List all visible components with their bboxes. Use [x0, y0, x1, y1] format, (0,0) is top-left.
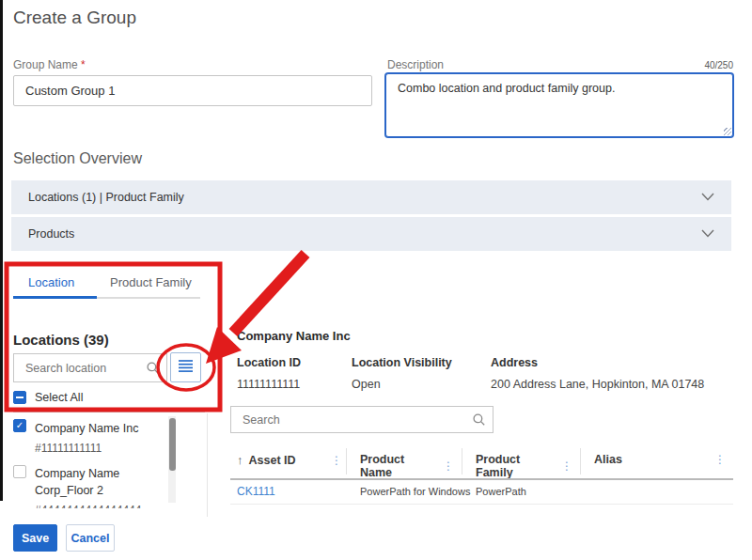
- annotation-arrow-shaft: [233, 254, 306, 333]
- asset-search-input[interactable]: [231, 413, 473, 427]
- column-menu-icon[interactable]: ⋮: [714, 453, 726, 466]
- column-header-product-family[interactable]: Product Family ⋮: [476, 453, 572, 479]
- list-view-icon: [178, 359, 194, 377]
- save-button[interactable]: Save: [13, 524, 57, 552]
- tab-underline: [97, 297, 200, 299]
- location-search-input[interactable]: [14, 362, 147, 375]
- select-all-label: Select All: [35, 391, 83, 404]
- locations-count-heading: Locations (39): [13, 332, 109, 348]
- address-value: 200 Address Lane, Hopkinton, MA 01748: [491, 378, 704, 391]
- location-search: [13, 353, 167, 382]
- column-menu-icon[interactable]: ⋮: [331, 454, 342, 467]
- active-tab-indicator: [13, 296, 97, 299]
- description-label: Description: [387, 58, 444, 71]
- product-name-cell: PowerPath for Windows: [360, 486, 470, 497]
- accordion-locations-product-family[interactable]: Locations (1) | Product Family: [11, 180, 731, 214]
- column-header-alias[interactable]: Alias ⋮: [594, 453, 726, 466]
- location-id: #11111111111: [35, 441, 138, 456]
- column-separator: [462, 448, 462, 474]
- location-id-value: 11111111111: [237, 378, 300, 391]
- accordion-label: Products: [28, 227, 74, 241]
- search-icon: [473, 413, 485, 426]
- list-item[interactable]: ✓ Company Name Inc #11111111111: [13, 419, 138, 456]
- chevron-down-icon[interactable]: [701, 227, 714, 241]
- accordion-products[interactable]: Products: [11, 217, 731, 251]
- description-char-counter: 40/250: [649, 60, 733, 70]
- column-header-product-name[interactable]: Product Name ⋮: [360, 453, 454, 479]
- column-menu-icon[interactable]: ⋮: [561, 459, 572, 473]
- cancel-button[interactable]: Cancel: [66, 524, 115, 552]
- create-group-page: Create a Group Group Name * Description …: [0, 0, 752, 560]
- location-name: Company Name Inc: [35, 422, 138, 435]
- tab-product-family[interactable]: Product Family: [110, 275, 192, 289]
- search-icon: [147, 362, 159, 374]
- required-asterisk: *: [81, 58, 86, 71]
- location-id-label: Location ID: [237, 356, 301, 369]
- location-visibility-label: Location Visibility: [352, 356, 452, 369]
- page-left-edge: [0, 0, 3, 501]
- table-row-border: [230, 504, 733, 505]
- table-header-border: [230, 478, 733, 480]
- location-id: #4444444444444444: [35, 503, 157, 508]
- tab-location[interactable]: Location: [28, 275, 74, 289]
- list-view-button[interactable]: [170, 352, 201, 382]
- checkbox-checked[interactable]: ✓: [13, 419, 26, 432]
- chevron-down-icon[interactable]: [701, 191, 714, 204]
- column-separator: [580, 448, 581, 474]
- scrollbar-thumb[interactable]: [169, 418, 176, 471]
- panel-divider: [207, 413, 208, 517]
- column-separator: [346, 448, 347, 474]
- selection-overview-title: Selection Overview: [13, 150, 142, 167]
- accordion-label: Locations (1) | Product Family: [28, 191, 184, 204]
- list-item[interactable]: Company Name Corp_Floor 2 #4444444444444…: [13, 465, 157, 508]
- company-name-heading: Company Name Inc: [237, 329, 351, 343]
- location-visibility-value: Open: [352, 378, 381, 391]
- divider: [13, 412, 205, 412]
- select-all-row[interactable]: Select All: [13, 391, 83, 404]
- group-name-label: Group Name *: [13, 58, 86, 71]
- sort-ascending-icon[interactable]: ↑: [237, 453, 243, 467]
- checkbox-unchecked[interactable]: [13, 465, 26, 478]
- address-label: Address: [491, 356, 538, 369]
- asset-search: [230, 406, 494, 433]
- column-menu-icon[interactable]: ⋮: [443, 459, 454, 473]
- location-name: Company Name Corp_Floor 2: [35, 465, 157, 499]
- asset-id-link[interactable]: CK1111: [237, 485, 275, 498]
- description-textarea[interactable]: Combo location and product family group.: [385, 73, 733, 137]
- select-all-checkbox-indeterminate[interactable]: [13, 391, 26, 404]
- group-name-input[interactable]: [13, 75, 372, 106]
- page-title: Create a Group: [13, 8, 136, 28]
- product-family-cell: PowerPath: [476, 486, 526, 497]
- column-header-asset-id[interactable]: ↑ Asset ID ⋮: [237, 453, 342, 467]
- location-list: ✓ Company Name Inc #11111111111 Company …: [13, 414, 168, 508]
